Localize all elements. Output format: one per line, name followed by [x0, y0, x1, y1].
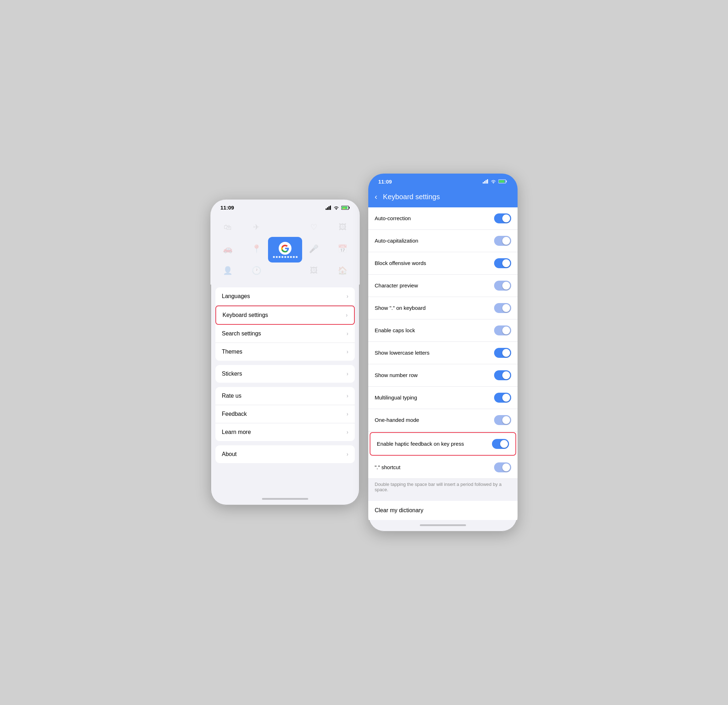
toggle-auto-correction[interactable]: [494, 213, 511, 223]
toggle-show-period[interactable]: [494, 303, 511, 313]
chevron-keyboard-settings: ›: [346, 312, 348, 318]
svg-point-4: [336, 208, 337, 210]
menu-item-rate[interactable]: Rate us ›: [215, 387, 355, 405]
bg-icon-location: 📍: [242, 238, 271, 260]
keyboard-dots: [273, 256, 298, 258]
svg-rect-1: [327, 207, 328, 210]
time-right: 11:09: [378, 178, 392, 185]
toggle-multilingual[interactable]: [494, 393, 511, 402]
chevron-search-settings: ›: [347, 330, 348, 337]
time-left: 11:09: [220, 204, 234, 211]
gboard-logo: [268, 237, 302, 262]
clear-dict-section: Clear my dictionary: [368, 501, 517, 520]
setting-character-preview[interactable]: Character preview: [368, 275, 517, 297]
chevron-about: ›: [347, 451, 348, 457]
status-bar-left: 11:09 ⚡: [211, 200, 360, 213]
wifi-icon-right: [491, 179, 496, 184]
setting-show-period[interactable]: Show "." on keyboard: [368, 297, 517, 319]
setting-one-handed[interactable]: One-handed mode: [368, 409, 517, 431]
toggle-one-handed[interactable]: [494, 415, 511, 425]
status-icons-right: [483, 179, 508, 184]
status-bar-right: 11:09: [368, 174, 517, 187]
bg-icon-home: 🏠: [328, 260, 357, 282]
bg-icon-mic: 🎤: [299, 238, 328, 260]
menu-item-themes[interactable]: Themes ›: [215, 343, 355, 361]
signal-icon: [326, 206, 331, 210]
header-title: Keyboard settings: [383, 193, 440, 201]
svg-rect-0: [326, 208, 327, 210]
setting-multilingual[interactable]: Multilingual typing: [368, 387, 517, 409]
svg-text:⚡: ⚡: [343, 207, 345, 210]
signal-icon-right: [483, 179, 488, 184]
menu-item-feedback[interactable]: Feedback ›: [215, 405, 355, 423]
svg-point-14: [493, 182, 494, 184]
toggle-lowercase[interactable]: [494, 348, 511, 358]
settings-list: Auto-correction Auto-capitalization Bloc…: [368, 207, 517, 520]
menu-item-search-settings[interactable]: Search settings ›: [215, 325, 355, 343]
menu-section-stickers: Stickers ›: [215, 365, 355, 383]
menu-item-keyboard-settings[interactable]: Keyboard settings ›: [215, 305, 355, 325]
wifi-icon: [334, 206, 339, 210]
setting-lowercase[interactable]: Show lowercase letters: [368, 342, 517, 364]
toggle-dot-shortcut[interactable]: [494, 462, 511, 472]
menu-section-about: About ›: [215, 445, 355, 463]
home-bar-right: [420, 524, 466, 526]
menu-item-about[interactable]: About ›: [215, 445, 355, 463]
chevron-stickers: ›: [347, 371, 348, 377]
bg-icon-heart: ♡: [299, 216, 328, 238]
svg-rect-13: [487, 179, 488, 184]
toggle-auto-capitalization[interactable]: [494, 236, 511, 246]
toggle-number-row[interactable]: [494, 370, 511, 380]
chevron-learn-more: ›: [347, 429, 348, 436]
bg-icon-calendar: 📅: [328, 238, 357, 260]
menu-item-stickers[interactable]: Stickers ›: [215, 365, 355, 383]
bg-icon-image: 🖼: [328, 216, 357, 238]
setting-caps-lock[interactable]: Enable caps lock: [368, 319, 517, 342]
bg-icon-plane: ✈: [242, 216, 271, 238]
left-phone: 11:09 ⚡: [211, 200, 360, 505]
clear-dict-item[interactable]: Clear my dictionary: [368, 501, 517, 520]
svg-rect-17: [499, 180, 505, 183]
setting-haptic-feedback[interactable]: Enable haptic feedback on key press: [370, 432, 516, 456]
bg-icon-car: 🚗: [213, 238, 242, 260]
menu-section-main: Languages › Keyboard settings › Search s…: [215, 287, 355, 361]
svg-rect-11: [484, 181, 485, 184]
right-phone: 11:09 ‹ Keyboard settings: [368, 174, 517, 532]
shortcut-note: Double tapping the space bar will insert…: [368, 479, 517, 498]
menu-section-misc: Rate us › Feedback › Learn more ›: [215, 387, 355, 441]
back-button[interactable]: ‹: [375, 193, 377, 202]
g-logo-svg: [279, 242, 292, 255]
settings-card: Auto-correction Auto-capitalization Bloc…: [368, 207, 517, 479]
bg-icon-empty3: [271, 260, 300, 282]
bg-icon-bag: 🛍: [213, 216, 242, 238]
svg-rect-10: [483, 182, 484, 184]
svg-rect-2: [328, 206, 329, 210]
svg-rect-12: [485, 180, 487, 184]
bg-icon-photo: 🖼: [299, 260, 328, 282]
menu-item-languages[interactable]: Languages ›: [215, 287, 355, 305]
hero-section: 🛍 ✈ ♡ 🖼 🚗 📍 🎤 📅 👤 🕐 🖼 🏠: [211, 213, 360, 285]
app-header: ‹ Keyboard settings: [368, 187, 517, 207]
setting-dot-shortcut[interactable]: "." shortcut: [368, 456, 517, 478]
chevron-feedback: ›: [347, 411, 348, 417]
keyboard-icon: [268, 237, 302, 262]
setting-auto-correction[interactable]: Auto-correction: [368, 207, 517, 230]
toggle-block-offensive[interactable]: [494, 258, 511, 268]
svg-rect-6: [349, 207, 350, 208]
chevron-rate: ›: [347, 393, 348, 399]
status-icons-left: ⚡: [326, 206, 350, 210]
bg-icon-person: 👤: [213, 260, 242, 282]
setting-number-row[interactable]: Show number row: [368, 364, 517, 387]
toggle-haptic-feedback[interactable]: [492, 439, 509, 449]
bg-icon-clock: 🕐: [242, 260, 271, 282]
left-phone-content: 🛍 ✈ ♡ 🖼 🚗 📍 🎤 📅 👤 🕐 🖼 🏠: [211, 213, 360, 494]
menu-item-learn-more[interactable]: Learn more ›: [215, 423, 355, 441]
battery-icon-right: [498, 179, 508, 184]
chevron-languages: ›: [347, 293, 348, 300]
battery-icon: ⚡: [341, 206, 350, 210]
svg-rect-16: [506, 181, 507, 182]
toggle-caps-lock[interactable]: [494, 326, 511, 336]
setting-block-offensive[interactable]: Block offensive words: [368, 252, 517, 275]
toggle-character-preview[interactable]: [494, 281, 511, 291]
setting-auto-capitalization[interactable]: Auto-capitalization: [368, 230, 517, 252]
